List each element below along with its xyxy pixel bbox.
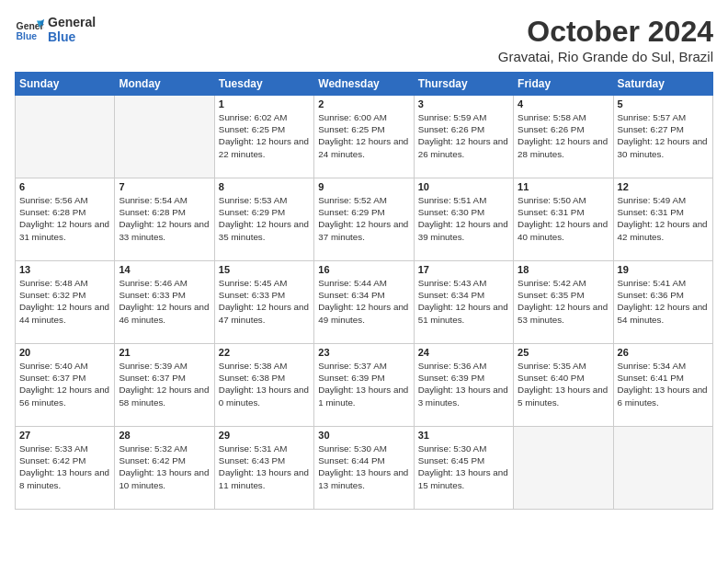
calendar-cell: 6Sunrise: 5:56 AMSunset: 6:28 PMDaylight…	[16, 178, 115, 261]
day-number: 29	[219, 430, 310, 441]
calendar-cell: 14Sunrise: 5:46 AMSunset: 6:33 PMDayligh…	[115, 261, 214, 344]
calendar-cell: 26Sunrise: 5:34 AMSunset: 6:41 PMDayligh…	[613, 344, 712, 427]
calendar-cell: 28Sunrise: 5:32 AMSunset: 6:42 PMDayligh…	[115, 427, 214, 510]
day-number: 16	[318, 264, 409, 275]
calendar-cell: 12Sunrise: 5:49 AMSunset: 6:31 PMDayligh…	[613, 178, 712, 261]
calendar-cell: 2Sunrise: 6:00 AMSunset: 6:25 PMDaylight…	[314, 96, 414, 178]
day-detail: Sunrise: 5:57 AMSunset: 6:27 PMDaylight:…	[618, 111, 709, 160]
calendar-cell: 7Sunrise: 5:54 AMSunset: 6:28 PMDaylight…	[115, 178, 214, 261]
svg-text:Blue: Blue	[17, 31, 38, 41]
day-number: 12	[618, 181, 709, 192]
day-of-week-header: Friday	[514, 73, 613, 96]
day-detail: Sunrise: 5:50 AMSunset: 6:31 PMDaylight:…	[518, 194, 609, 243]
calendar-cell: 21Sunrise: 5:39 AMSunset: 6:37 PMDayligh…	[115, 344, 214, 427]
day-detail: Sunrise: 5:30 AMSunset: 6:45 PMDaylight:…	[418, 442, 509, 491]
month-title: October 2024	[498, 15, 713, 49]
calendar-week-row: 20Sunrise: 5:40 AMSunset: 6:37 PMDayligh…	[16, 344, 713, 427]
calendar-cell: 15Sunrise: 5:45 AMSunset: 6:33 PMDayligh…	[214, 261, 313, 344]
day-number: 8	[219, 181, 310, 192]
day-number: 18	[518, 264, 609, 275]
calendar-cell	[514, 427, 613, 510]
day-detail: Sunrise: 5:53 AMSunset: 6:29 PMDaylight:…	[219, 194, 310, 243]
day-detail: Sunrise: 5:58 AMSunset: 6:26 PMDaylight:…	[518, 111, 609, 160]
logo-line2: Blue	[48, 29, 96, 44]
calendar-cell: 27Sunrise: 5:33 AMSunset: 6:42 PMDayligh…	[16, 427, 115, 510]
calendar-cell: 20Sunrise: 5:40 AMSunset: 6:37 PMDayligh…	[16, 344, 115, 427]
day-of-week-header: Monday	[115, 73, 214, 96]
logo-line1: General	[48, 15, 96, 29]
calendar-cell: 13Sunrise: 5:48 AMSunset: 6:32 PMDayligh…	[16, 261, 115, 344]
calendar-cell: 22Sunrise: 5:38 AMSunset: 6:38 PMDayligh…	[214, 344, 313, 427]
day-detail: Sunrise: 5:59 AMSunset: 6:26 PMDaylight:…	[418, 111, 509, 160]
day-number: 30	[318, 430, 409, 441]
day-detail: Sunrise: 5:33 AMSunset: 6:42 PMDaylight:…	[19, 442, 110, 491]
day-detail: Sunrise: 5:40 AMSunset: 6:37 PMDaylight:…	[19, 360, 110, 408]
day-detail: Sunrise: 5:45 AMSunset: 6:33 PMDaylight:…	[219, 277, 310, 326]
calendar-cell: 17Sunrise: 5:43 AMSunset: 6:34 PMDayligh…	[414, 261, 513, 344]
day-number: 15	[219, 264, 310, 275]
day-detail: Sunrise: 5:39 AMSunset: 6:37 PMDaylight:…	[119, 360, 210, 408]
day-number: 17	[418, 264, 509, 275]
calendar-cell: 9Sunrise: 5:52 AMSunset: 6:29 PMDaylight…	[314, 178, 414, 261]
day-detail: Sunrise: 5:52 AMSunset: 6:29 PMDaylight:…	[318, 194, 409, 243]
day-detail: Sunrise: 5:41 AMSunset: 6:36 PMDaylight:…	[618, 277, 709, 326]
logo: General Blue General Blue	[15, 15, 96, 44]
calendar-cell	[613, 427, 712, 510]
day-number: 7	[119, 181, 210, 192]
calendar-cell: 11Sunrise: 5:50 AMSunset: 6:31 PMDayligh…	[514, 178, 613, 261]
day-detail: Sunrise: 5:54 AMSunset: 6:28 PMDaylight:…	[119, 194, 210, 243]
day-number: 26	[618, 347, 709, 358]
day-number: 22	[219, 347, 310, 358]
day-number: 21	[119, 347, 210, 358]
calendar-cell: 31Sunrise: 5:30 AMSunset: 6:45 PMDayligh…	[414, 427, 513, 510]
day-detail: Sunrise: 5:38 AMSunset: 6:38 PMDaylight:…	[219, 360, 310, 408]
day-detail: Sunrise: 5:46 AMSunset: 6:33 PMDaylight:…	[119, 277, 210, 326]
calendar-cell: 4Sunrise: 5:58 AMSunset: 6:26 PMDaylight…	[514, 96, 613, 178]
day-detail: Sunrise: 5:42 AMSunset: 6:35 PMDaylight:…	[518, 277, 609, 326]
calendar-cell: 3Sunrise: 5:59 AMSunset: 6:26 PMDaylight…	[414, 96, 513, 178]
page-header: General Blue General Blue October 2024 G…	[15, 15, 713, 64]
calendar-week-row: 27Sunrise: 5:33 AMSunset: 6:42 PMDayligh…	[16, 427, 713, 510]
day-detail: Sunrise: 6:02 AMSunset: 6:25 PMDaylight:…	[219, 111, 310, 160]
day-detail: Sunrise: 5:30 AMSunset: 6:44 PMDaylight:…	[318, 442, 409, 491]
day-number: 31	[418, 430, 509, 441]
day-number: 5	[618, 98, 709, 109]
day-number: 19	[618, 264, 709, 275]
calendar-cell: 25Sunrise: 5:35 AMSunset: 6:40 PMDayligh…	[514, 344, 613, 427]
calendar-cell: 16Sunrise: 5:44 AMSunset: 6:34 PMDayligh…	[314, 261, 414, 344]
day-number: 1	[219, 98, 310, 109]
day-number: 25	[518, 347, 609, 358]
day-detail: Sunrise: 5:32 AMSunset: 6:42 PMDaylight:…	[119, 442, 210, 491]
calendar-cell: 5Sunrise: 5:57 AMSunset: 6:27 PMDaylight…	[613, 96, 712, 178]
day-number: 13	[19, 264, 110, 275]
calendar-cell: 18Sunrise: 5:42 AMSunset: 6:35 PMDayligh…	[514, 261, 613, 344]
day-detail: Sunrise: 5:31 AMSunset: 6:43 PMDaylight:…	[219, 442, 310, 491]
logo-icon: General Blue	[15, 15, 44, 44]
day-number: 23	[318, 347, 409, 358]
day-number: 4	[518, 98, 609, 109]
calendar-week-row: 6Sunrise: 5:56 AMSunset: 6:28 PMDaylight…	[16, 178, 713, 261]
day-number: 10	[418, 181, 509, 192]
day-detail: Sunrise: 5:37 AMSunset: 6:39 PMDaylight:…	[318, 360, 409, 408]
day-number: 3	[418, 98, 509, 109]
day-number: 2	[318, 98, 409, 109]
calendar-cell: 30Sunrise: 5:30 AMSunset: 6:44 PMDayligh…	[314, 427, 414, 510]
calendar-week-row: 1Sunrise: 6:02 AMSunset: 6:25 PMDaylight…	[16, 96, 713, 178]
day-detail: Sunrise: 5:48 AMSunset: 6:32 PMDaylight:…	[19, 277, 110, 326]
day-detail: Sunrise: 5:36 AMSunset: 6:39 PMDaylight:…	[418, 360, 509, 408]
calendar-cell: 8Sunrise: 5:53 AMSunset: 6:29 PMDaylight…	[214, 178, 313, 261]
day-number: 9	[318, 181, 409, 192]
day-number: 28	[119, 430, 210, 441]
day-detail: Sunrise: 5:35 AMSunset: 6:40 PMDaylight:…	[518, 360, 609, 408]
day-number: 27	[19, 430, 110, 441]
day-detail: Sunrise: 5:51 AMSunset: 6:30 PMDaylight:…	[418, 194, 509, 243]
calendar-cell: 19Sunrise: 5:41 AMSunset: 6:36 PMDayligh…	[613, 261, 712, 344]
day-of-week-header: Sunday	[16, 73, 115, 96]
day-detail: Sunrise: 5:43 AMSunset: 6:34 PMDaylight:…	[418, 277, 509, 326]
calendar-cell: 1Sunrise: 6:02 AMSunset: 6:25 PMDaylight…	[214, 96, 313, 178]
calendar-cell: 29Sunrise: 5:31 AMSunset: 6:43 PMDayligh…	[214, 427, 313, 510]
calendar-week-row: 13Sunrise: 5:48 AMSunset: 6:32 PMDayligh…	[16, 261, 713, 344]
calendar-cell: 24Sunrise: 5:36 AMSunset: 6:39 PMDayligh…	[414, 344, 513, 427]
day-number: 6	[19, 181, 110, 192]
day-number: 11	[518, 181, 609, 192]
